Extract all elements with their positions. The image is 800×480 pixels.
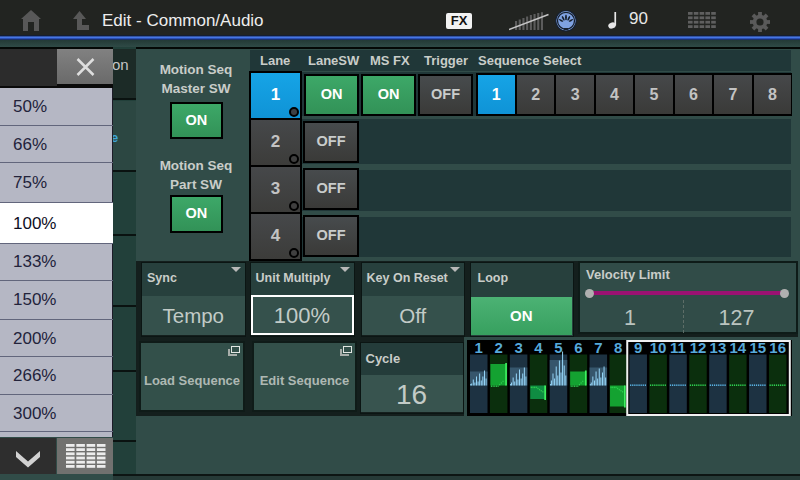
svg-text:8: 8 (614, 340, 622, 356)
svg-text:5: 5 (554, 340, 562, 356)
svg-text:14: 14 (729, 340, 746, 356)
svg-text:7: 7 (594, 340, 602, 356)
svg-text:9: 9 (634, 340, 642, 356)
svg-text:4: 4 (534, 340, 543, 356)
svg-text:10: 10 (650, 340, 667, 356)
svg-text:13: 13 (710, 340, 727, 356)
svg-text:1: 1 (475, 340, 483, 356)
svg-text:2: 2 (495, 340, 503, 356)
svg-text:15: 15 (749, 340, 766, 356)
svg-text:6: 6 (574, 340, 582, 356)
svg-text:16: 16 (769, 340, 786, 356)
svg-text:11: 11 (670, 340, 686, 356)
svg-text:3: 3 (514, 340, 522, 356)
svg-text:12: 12 (690, 340, 707, 356)
